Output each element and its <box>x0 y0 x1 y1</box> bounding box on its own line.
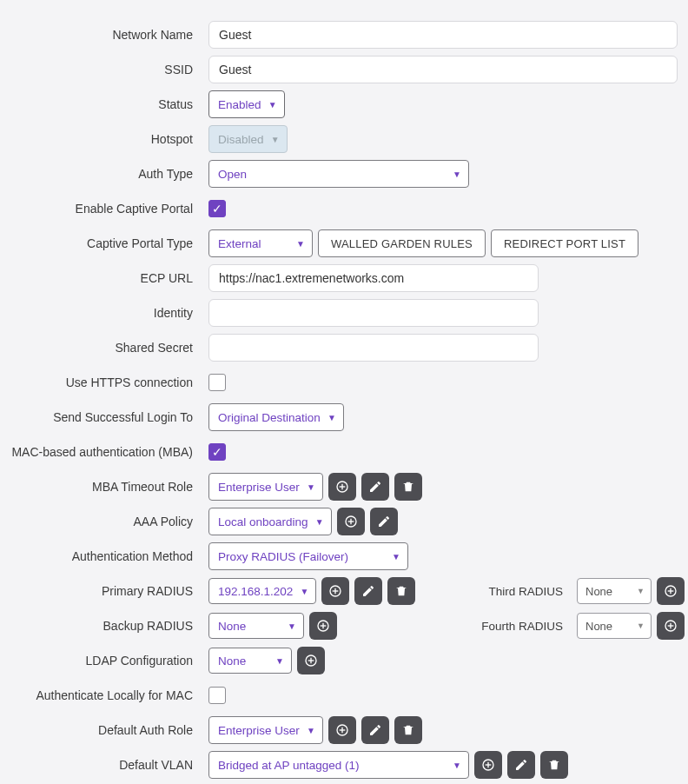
pencil-icon <box>368 480 382 494</box>
hotspot-select: Disabled ▼ <box>208 125 288 153</box>
label-identity: Identity <box>0 306 208 320</box>
plus-circle-icon <box>344 515 358 528</box>
mba-checkbox[interactable]: ✓ <box>208 443 226 461</box>
plus-circle-icon <box>335 723 349 737</box>
delete-default-auth-role-button[interactable] <box>394 716 422 744</box>
label-captive-portal-type: Captive Portal Type <box>0 236 208 250</box>
label-third-radius: Third RADIUS <box>459 585 572 598</box>
caret-down-icon: ▼ <box>271 135 280 144</box>
ecp-url-input[interactable] <box>208 264 539 292</box>
auth-locally-mac-checkbox[interactable] <box>208 687 226 704</box>
send-login-to-select[interactable]: Original Destination ▼ <box>208 403 344 431</box>
trash-icon <box>547 758 561 772</box>
label-aaa-policy: AAA Policy <box>0 515 208 528</box>
default-auth-role-select[interactable]: Enterprise User ▼ <box>208 716 323 744</box>
status-select[interactable]: Enabled ▼ <box>208 90 285 118</box>
edit-default-vlan-button[interactable] <box>507 751 535 779</box>
edit-default-auth-role-button[interactable] <box>361 716 389 744</box>
delete-primary-radius-button[interactable] <box>387 577 415 605</box>
network-name-input[interactable] <box>208 21 678 49</box>
trash-icon <box>401 723 415 737</box>
label-primary-radius: Primary RADIUS <box>0 584 208 598</box>
caret-down-icon: ▼ <box>392 552 400 561</box>
caret-down-icon: ▼ <box>288 621 296 631</box>
mba-timeout-role-select[interactable]: Enterprise User ▼ <box>208 473 323 501</box>
plus-circle-icon <box>664 619 678 633</box>
label-auth-locally-mac: Authenticate Locally for MAC <box>0 688 208 702</box>
caret-down-icon: ▼ <box>315 517 324 527</box>
add-third-radius-button[interactable] <box>657 577 685 605</box>
walled-garden-rules-button[interactable]: WALLED GARDEN RULES <box>318 229 486 257</box>
captive-portal-type-select[interactable]: External ▼ <box>208 229 313 257</box>
label-network-name: Network Name <box>0 28 208 42</box>
shared-secret-input[interactable] <box>208 334 539 362</box>
label-backup-radius: Backup RADIUS <box>0 619 208 633</box>
add-default-auth-role-button[interactable] <box>328 716 356 744</box>
trash-icon <box>394 584 408 598</box>
label-auth-method: Authentication Method <box>0 549 208 563</box>
label-hotspot: Hotspot <box>0 132 208 146</box>
plus-circle-icon <box>664 584 678 598</box>
add-primary-radius-button[interactable] <box>321 577 349 605</box>
edit-aaa-policy-button[interactable] <box>370 508 398 535</box>
fourth-radius-select[interactable]: None ▼ <box>577 613 652 639</box>
plus-circle-icon <box>481 758 495 772</box>
label-status: Status <box>0 97 208 111</box>
caret-down-icon: ▼ <box>637 621 645 630</box>
label-mba-timeout-role: MBA Timeout Role <box>0 480 208 494</box>
caret-down-icon: ▼ <box>307 726 315 735</box>
caret-down-icon: ▼ <box>268 100 277 110</box>
plus-circle-icon <box>304 654 318 668</box>
trash-icon <box>401 480 415 494</box>
add-backup-radius-button[interactable] <box>309 612 337 640</box>
label-shared-secret: Shared Secret <box>0 341 208 355</box>
pencil-icon <box>368 723 382 737</box>
caret-down-icon: ▼ <box>307 482 315 492</box>
add-aaa-policy-button[interactable] <box>337 508 365 535</box>
caret-down-icon: ▼ <box>300 587 308 596</box>
auth-type-select[interactable]: Open ▼ <box>208 160 469 188</box>
default-vlan-select[interactable]: Bridged at AP untagged (1) ▼ <box>208 751 469 779</box>
plus-circle-icon <box>335 480 349 494</box>
redirect-port-list-button[interactable]: REDIRECT PORT LIST <box>491 229 638 257</box>
use-https-checkbox[interactable] <box>208 374 226 391</box>
identity-input[interactable] <box>208 299 539 327</box>
plus-circle-icon <box>328 584 342 598</box>
aaa-policy-select[interactable]: Local onboarding ▼ <box>208 508 332 535</box>
add-default-vlan-button[interactable] <box>474 751 502 779</box>
backup-radius-select[interactable]: None ▼ <box>208 613 304 639</box>
caret-down-icon: ▼ <box>275 656 284 666</box>
enable-captive-portal-checkbox[interactable]: ✓ <box>208 200 226 217</box>
plus-circle-icon <box>316 619 330 633</box>
add-fourth-radius-button[interactable] <box>657 612 685 640</box>
label-mba: MAC-based authentication (MBA) <box>0 445 208 459</box>
edit-primary-radius-button[interactable] <box>354 577 382 605</box>
delete-mba-role-button[interactable] <box>394 473 422 501</box>
caret-down-icon: ▼ <box>637 587 645 595</box>
label-send-login-to: Send Successful Login To <box>0 410 208 424</box>
add-mba-role-button[interactable] <box>328 473 356 501</box>
label-use-https: Use HTTPS connection <box>0 375 208 389</box>
label-ssid: SSID <box>0 63 208 76</box>
label-enable-captive-portal: Enable Captive Portal <box>0 202 208 216</box>
third-radius-select[interactable]: None ▼ <box>577 578 652 604</box>
add-ldap-config-button[interactable] <box>297 647 325 674</box>
ssid-input[interactable] <box>208 56 678 83</box>
ldap-config-select[interactable]: None ▼ <box>208 648 292 674</box>
pencil-icon <box>377 515 391 528</box>
label-default-vlan: Default VLAN <box>0 758 208 772</box>
caret-down-icon: ▼ <box>327 413 336 422</box>
label-ecp-url: ECP URL <box>0 271 208 285</box>
label-default-auth-role: Default Auth Role <box>0 723 208 737</box>
pencil-icon <box>361 584 375 598</box>
caret-down-icon: ▼ <box>296 239 305 249</box>
delete-default-vlan-button[interactable] <box>540 751 568 779</box>
label-fourth-radius: Fourth RADIUS <box>459 620 572 633</box>
auth-method-select[interactable]: Proxy RADIUS (Failover) ▼ <box>208 542 408 570</box>
primary-radius-select[interactable]: 192.168.1.202 ▼ <box>208 578 316 604</box>
edit-mba-role-button[interactable] <box>361 473 389 501</box>
network-config-form: Network Name SSID Status Enabled ▼ Hotsp… <box>0 17 688 782</box>
label-ldap-config: LDAP Configuration <box>0 654 208 668</box>
caret-down-icon: ▼ <box>453 169 461 179</box>
label-auth-type: Auth Type <box>0 167 208 181</box>
